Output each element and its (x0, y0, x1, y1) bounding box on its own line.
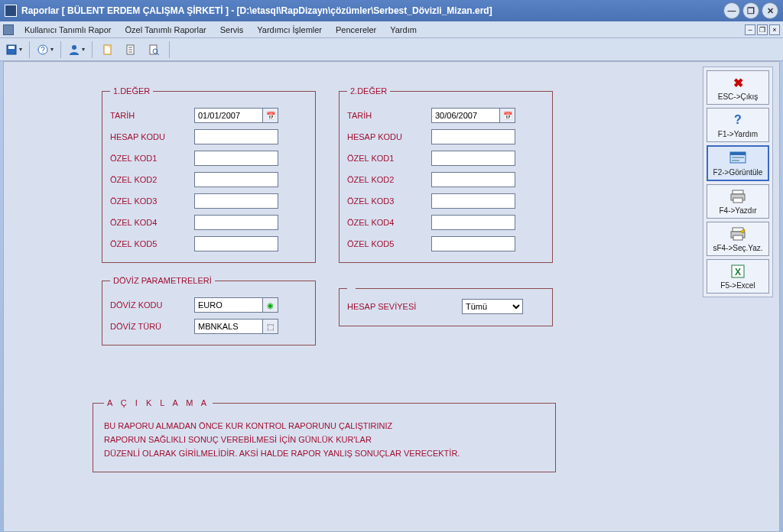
g1-ok4-input[interactable] (195, 216, 278, 229)
maximize-button[interactable]: ❐ (742, 2, 759, 19)
aciklama-line3: DÜZENLİ OLARAK GİRİLMELİDİR. AKSİ HALDE … (104, 449, 544, 458)
btn-f5-label: F5->Excel (709, 281, 767, 290)
group-doviz: DÖVİZ PARAMETRELERİ DÖVİZ KODU ◉ DÖVİZ T… (102, 276, 316, 345)
svg-text:X: X (735, 267, 741, 277)
g2-tarih-input[interactable] (432, 109, 499, 122)
toolbar-btn-new[interactable] (99, 41, 117, 59)
btn-f2-goruntule[interactable]: F2->Görüntüle (707, 145, 769, 181)
toolbar-sep (60, 41, 61, 58)
group-hesap-seviye: . HESAP SEVİYESİ Tümü (339, 284, 553, 326)
g2-tarih-label: TARİH (347, 111, 431, 120)
doviz-legend: DÖVİZ PARAMETRELERİ (110, 276, 215, 285)
g2-ok2-input[interactable] (432, 173, 515, 187)
doviz-kod-input[interactable] (195, 298, 262, 312)
floppy-icon (5, 44, 18, 56)
menu-yardim[interactable]: Yardım (384, 24, 423, 36)
g1-ok2-input[interactable] (195, 173, 278, 187)
calendar-icon: 📅 (266, 112, 275, 120)
toolbar-sep (92, 41, 93, 58)
group2-legend: 2.DEĞER (347, 86, 390, 96)
g1-ok5-input[interactable] (195, 237, 278, 251)
btn-f1-label: F1->Yardım (709, 130, 767, 138)
aciklama-line2: RAPORUN SAĞLIKLI SONUÇ VEREBİLMESİ İÇİN … (104, 435, 544, 444)
action-sidebar: ✖ ESC->Çıkış ? F1->Yardım F2->Görüntüle … (703, 66, 773, 297)
btn-f1-yardim[interactable]: ? F1->Yardım (707, 108, 769, 142)
g1-ok1-input[interactable] (195, 151, 278, 165)
g1-tarih-picker[interactable]: 📅 (263, 108, 278, 123)
doc-icon (125, 44, 137, 56)
mdi-restore[interactable]: ❐ (757, 24, 768, 35)
lookup-icon: ⬚ (267, 323, 274, 331)
g1-ok1-label: ÖZEL KOD1 (110, 154, 194, 163)
mdi-icon (3, 24, 14, 35)
user-icon (68, 44, 80, 56)
btn-esc-cikis[interactable]: ✖ ESC->Çıkış (707, 70, 769, 105)
client-area: 1.DEĞER TARİH 📅 HESAP KODU ÖZEL KOD1 ÖZE… (3, 61, 780, 532)
mdi-minimize[interactable]: – (745, 24, 755, 35)
menu-pencereler[interactable]: Pencereler (330, 24, 382, 36)
g1-ok2-label: ÖZEL KOD2 (110, 175, 194, 184)
svg-rect-17 (733, 190, 743, 194)
menu-yardimci[interactable]: Yardımcı İşlemler (251, 24, 328, 36)
hesap-seviye-select[interactable]: Tümü (462, 299, 523, 314)
toolbar: ▾ ? ▾ ▾ (0, 38, 783, 61)
toolbar-sep (29, 41, 30, 58)
titlebar: Raporlar [ BÜLENT ERDEM ÇALIŞMA ŞİRKETİ … (0, 0, 783, 21)
g1-hesap-input[interactable] (195, 130, 278, 144)
doviz-kod-lookup[interactable]: ◉ (263, 297, 278, 313)
toolbar-btn-3[interactable]: ▾ (67, 41, 86, 59)
hesap-seviye-label: HESAP SEVİYESİ (347, 302, 462, 311)
btn-sf4-secyaz[interactable]: sF4->Seç.Yaz. (707, 222, 769, 256)
g2-ok2-label: ÖZEL KOD2 (347, 175, 431, 184)
g2-tarih-picker[interactable]: 📅 (500, 108, 515, 123)
doviz-tur-label: DÖVİZ TÜRÜ (110, 322, 194, 331)
mdi-close[interactable]: × (769, 24, 780, 35)
g1-ok4-label: ÖZEL KOD4 (110, 218, 194, 227)
menu-kullanici[interactable]: Kullanıcı Tanımlı Rapor (18, 24, 118, 36)
view-icon (727, 151, 749, 166)
btn-f5-excel[interactable]: X F5->Excel (707, 259, 769, 294)
g2-hesap-label: HESAP KODU (347, 132, 431, 141)
doviz-kod-label: DÖVİZ KODU (110, 300, 194, 310)
g1-ok3-input[interactable] (195, 194, 278, 208)
svg-rect-14 (730, 152, 746, 155)
calendar-icon: 📅 (503, 112, 512, 120)
group-deger2: 2.DEĞER TARİH 📅 HESAP KODU ÖZEL KOD1 ÖZE… (339, 86, 553, 263)
g2-ok4-label: ÖZEL KOD4 (347, 218, 431, 227)
g1-hesap-label: HESAP KODU (110, 132, 194, 141)
toolbar-btn-1[interactable]: ▾ (5, 41, 23, 59)
toolbar-btn-doc[interactable] (122, 41, 140, 59)
preview-icon (148, 44, 160, 56)
svg-rect-16 (732, 160, 739, 161)
svg-rect-22 (733, 235, 742, 240)
btn-f4-yazdir[interactable]: F4->Yazdır (707, 184, 769, 219)
menu-ozel[interactable]: Özel Tanımlı Raporlar (119, 24, 213, 36)
printer-select-icon (727, 226, 749, 242)
g2-ok1-input[interactable] (432, 151, 515, 165)
toolbar-btn-preview[interactable] (145, 41, 163, 59)
menubar: Kullanıcı Tanımlı Rapor Özel Tanımlı Rap… (0, 21, 783, 38)
svg-rect-15 (732, 157, 744, 158)
g1-tarih-input[interactable] (195, 109, 262, 122)
printer-icon (727, 189, 749, 204)
help-icon: ? (727, 112, 749, 128)
btn-esc-label: ESC->Çıkış (709, 92, 767, 101)
g2-hesap-input[interactable] (432, 130, 515, 144)
menu-servis[interactable]: Servis (214, 24, 250, 36)
close-button[interactable]: ✕ (762, 2, 778, 19)
g2-ok3-input[interactable] (432, 194, 515, 208)
doviz-tur-input[interactable] (195, 320, 262, 333)
minimize-button[interactable]: — (723, 2, 740, 19)
aciklama-line1: BU RAPORU ALMADAN ÖNCE KUR KONTROL RAPOR… (104, 421, 544, 430)
doviz-tur-lookup[interactable]: ⬚ (263, 319, 278, 334)
g2-ok5-input[interactable] (432, 237, 515, 251)
g1-ok3-label: ÖZEL KOD3 (110, 196, 194, 206)
group-aciklama: A Ç I K L A M A BU RAPORU ALMADAN ÖNCE K… (93, 398, 556, 472)
g2-ok1-label: ÖZEL KOD1 (347, 154, 431, 163)
lookup-icon: ◉ (267, 301, 274, 310)
g2-ok4-input[interactable] (432, 216, 515, 229)
toolbar-btn-2[interactable]: ? ▾ (36, 41, 54, 59)
app-icon (5, 5, 17, 17)
svg-point-4 (72, 45, 76, 50)
close-icon: ✖ (727, 75, 749, 90)
